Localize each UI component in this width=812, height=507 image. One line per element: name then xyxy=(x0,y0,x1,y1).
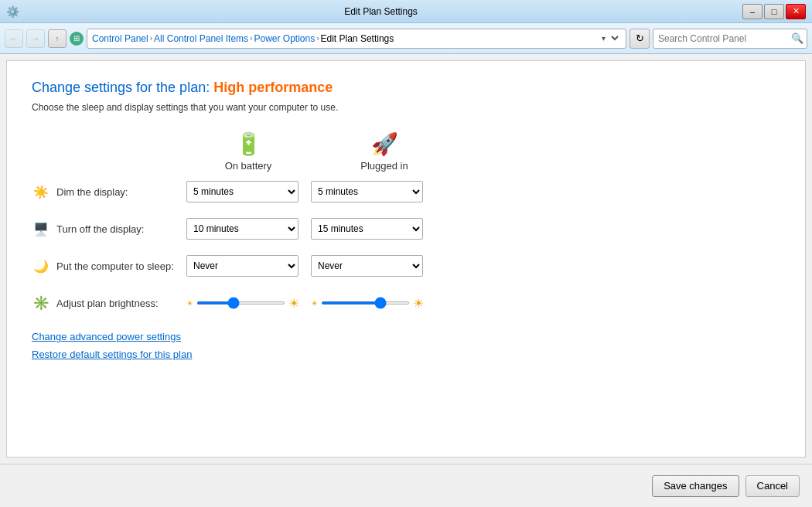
search-box: 🔍 xyxy=(653,29,807,49)
app-icon: ⚙️ xyxy=(6,5,19,18)
sleep-battery-select[interactable]: Never 1 minute 2 minutes 5 minutes 10 mi… xyxy=(186,255,299,277)
breadcrumb-current: Edit Plan Settings xyxy=(321,33,394,44)
breadcrumb-sep-1: › xyxy=(150,34,152,43)
col-header-plugged: 🚀 Plugged in xyxy=(322,131,446,172)
col-battery-label: On battery xyxy=(225,160,272,172)
battery-icon: 🔋 xyxy=(235,131,262,157)
breadcrumb-all-items[interactable]: All Control Panel Items xyxy=(154,33,248,44)
brightness-plugged-slider[interactable] xyxy=(321,301,410,305)
window-controls: – □ ✕ xyxy=(742,4,806,19)
plugged-icon: 🚀 xyxy=(371,131,398,157)
breadcrumb: Control Panel › All Control Panel Items … xyxy=(87,29,626,49)
advanced-settings-link[interactable]: Change advanced power settings xyxy=(32,331,780,342)
links-section: Change advanced power settings Restore d… xyxy=(32,331,780,360)
search-input[interactable] xyxy=(653,33,788,44)
sleep-row: 🌙 Put the computer to sleep: Never 1 min… xyxy=(32,254,780,278)
cancel-button[interactable]: Cancel xyxy=(745,475,800,497)
turnoff-display-label: Turn off the display: xyxy=(56,223,186,235)
settings-grid: ☀️ Dim the display: 5 minutes 1 minute 2… xyxy=(32,179,780,315)
column-headers: 🔋 On battery 🚀 Plugged in xyxy=(186,131,780,172)
brightness-plugged-slider-container: ☀ ☀ xyxy=(311,296,423,311)
restore-defaults-link[interactable]: Restore default settings for this plan xyxy=(32,349,780,360)
sleep-label: Put the computer to sleep: xyxy=(56,260,186,272)
brightness-icon: ✳️ xyxy=(32,294,50,311)
breadcrumb-control-panel[interactable]: Control Panel xyxy=(92,33,148,44)
plan-name: High performance xyxy=(213,80,333,95)
dim-display-battery-select[interactable]: 5 minutes 1 minute 2 minutes 3 minutes 1… xyxy=(186,181,299,202)
breadcrumb-sep-3: › xyxy=(316,34,319,43)
refresh-button[interactable]: ↻ xyxy=(629,29,650,49)
breadcrumb-dropdown[interactable]: ▾ xyxy=(595,33,621,43)
page-title: Change settings for the plan: High perfo… xyxy=(32,80,780,96)
col-header-battery: 🔋 On battery xyxy=(186,131,310,172)
maximize-button[interactable]: □ xyxy=(764,4,784,19)
sleep-icon: 🌙 xyxy=(32,259,50,274)
window-title: Edit Plan Settings xyxy=(19,6,742,17)
address-bar: ← → ↑ ⊞ Control Panel › All Control Pane… xyxy=(0,23,812,54)
main-area: Change settings for the plan: High perfo… xyxy=(0,54,812,507)
brightness-controls: ☀ ☀ ☀ ☀ xyxy=(186,296,423,311)
turnoff-display-battery-select[interactable]: 10 minutes 1 minute 2 minutes 3 minutes … xyxy=(186,218,299,240)
back-button[interactable]: ← xyxy=(5,29,23,48)
brightness-battery-slider[interactable] xyxy=(196,301,285,305)
turnoff-display-controls: 10 minutes 1 minute 2 minutes 3 minutes … xyxy=(186,218,423,240)
brightness-battery-slider-container: ☀ ☀ xyxy=(186,296,299,311)
col-plugged-label: Plugged in xyxy=(360,160,408,172)
dim-display-controls: 5 minutes 1 minute 2 minutes 3 minutes 1… xyxy=(186,181,423,202)
footer-bar: Save changes Cancel xyxy=(0,464,812,507)
page-subtitle: Choose the sleep and display settings th… xyxy=(32,102,780,113)
breadcrumb-power-options[interactable]: Power Options xyxy=(254,33,315,44)
up-button[interactable]: ↑ xyxy=(48,29,67,48)
brightness-plugged-max-icon: ☀ xyxy=(413,296,424,311)
sleep-controls: Never 1 minute 2 minutes 5 minutes 10 mi… xyxy=(186,255,423,277)
search-icon[interactable]: 🔍 xyxy=(788,29,807,48)
folder-icon: ⊞ xyxy=(70,32,84,46)
title-bar: ⚙️ Edit Plan Settings – □ ✕ xyxy=(0,0,812,23)
dim-display-plugged-select[interactable]: 5 minutes 1 minute 2 minutes 3 minutes 1… xyxy=(311,181,423,202)
save-changes-button[interactable]: Save changes xyxy=(652,475,739,497)
brightness-row: ✳️ Adjust plan brightness: ☀ ☀ ☀ ☀ xyxy=(32,291,780,315)
monitor-icon: 🖥️ xyxy=(32,222,50,236)
breadcrumb-sep-2: › xyxy=(250,34,252,43)
close-button[interactable]: ✕ xyxy=(786,4,806,19)
minimize-button[interactable]: – xyxy=(742,4,763,19)
content-panel: Change settings for the plan: High perfo… xyxy=(6,60,806,458)
brightness-battery-max-icon: ☀ xyxy=(288,296,299,311)
dim-display-row: ☀️ Dim the display: 5 minutes 1 minute 2… xyxy=(32,179,780,204)
title-prefix: Change settings for the plan: xyxy=(32,80,213,95)
dim-display-label: Dim the display: xyxy=(56,186,186,198)
sun-icon: ☀️ xyxy=(32,185,50,199)
sleep-plugged-select[interactable]: Never 1 minute 2 minutes 5 minutes 10 mi… xyxy=(311,255,423,277)
brightness-plugged-min-icon: ☀ xyxy=(311,299,318,308)
brightness-battery-min-icon: ☀ xyxy=(186,299,193,308)
brightness-label: Adjust plan brightness: xyxy=(56,298,186,309)
turnoff-display-plugged-select[interactable]: 15 minutes 1 minute 2 minutes 3 minutes … xyxy=(311,218,423,240)
forward-button[interactable]: → xyxy=(26,29,45,48)
turnoff-display-row: 🖥️ Turn off the display: 10 minutes 1 mi… xyxy=(32,216,780,241)
